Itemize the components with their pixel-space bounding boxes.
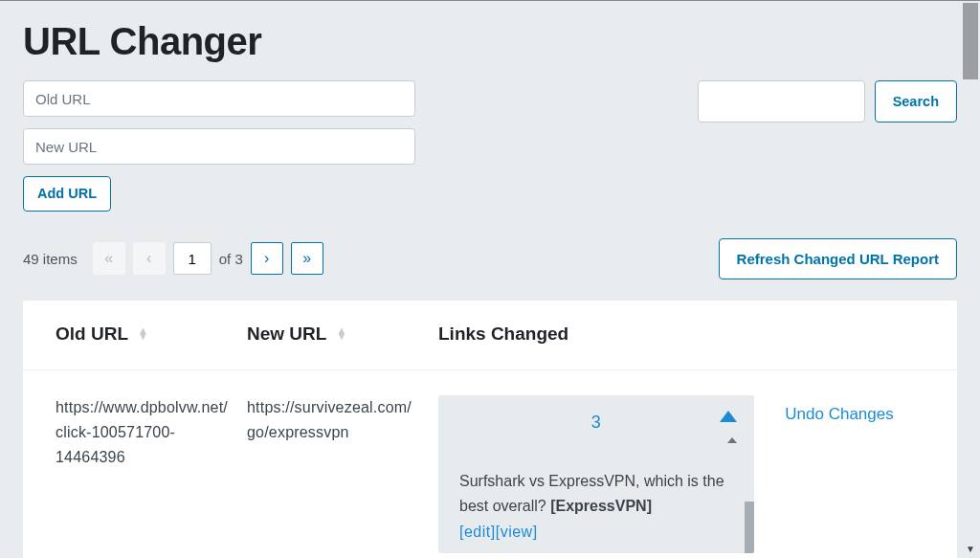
sort-arrows-icon: ▲▼ [138,328,148,339]
new-url-input[interactable] [23,128,415,165]
collapse-caret-icon[interactable] [720,411,737,422]
search-button[interactable]: Search [875,80,957,123]
window-scrollbar[interactable] [963,3,978,79]
col-header-new-label: New URL [247,324,326,345]
col-header-links: Links Changed [438,324,924,345]
col-header-new[interactable]: New URL ▲▼ [247,324,438,345]
search-input[interactable] [698,80,865,123]
url-table: Old URL ▲▼ New URL ▲▼ Links Changed http… [23,301,957,559]
post-title: Surfshark vs ExpressVPN, which is the be… [459,469,733,518]
post-actions: [edit][view] [459,520,733,545]
small-up-icon [727,437,737,443]
undo-changes-link[interactable]: Undo Changes [785,405,893,423]
col-header-old[interactable]: Old URL ▲▼ [56,324,247,345]
search-area: Search [698,80,957,123]
table-header-row: Old URL ▲▼ New URL ▲▼ Links Changed [23,324,957,370]
cell-old-url: https://www.dpbolvw.net/click-100571700-… [56,395,247,553]
items-count: 49 items [23,251,78,267]
page-current-input[interactable] [173,242,212,275]
cell-new-url: https://survivezeal.com/go/expressvpn [247,395,438,553]
page-first-button: « [93,242,125,275]
view-link[interactable]: [view] [496,524,538,540]
table-row: https://www.dpbolvw.net/click-100571700-… [23,370,957,559]
edit-link[interactable]: [edit] [459,524,496,540]
scroll-down-arrow-icon[interactable]: ▼ [963,541,978,556]
add-url-button[interactable]: Add URL [23,176,111,212]
page-next-button[interactable]: › [251,242,283,275]
post-title-bold: [ExpressVPN] [550,498,652,514]
page-last-button[interactable]: » [291,242,323,275]
cell-links-changed: 3 Surfshark vs ExpressVPN, which is the … [438,395,754,553]
col-header-links-label: Links Changed [438,324,568,345]
refresh-report-button[interactable]: Refresh Changed URL Report [719,238,957,279]
page-title: URL Changer [23,20,957,63]
page-prev-button: ‹ [133,242,166,275]
sort-arrows-icon: ▲▼ [336,328,346,339]
cell-action: Undo Changes [754,395,924,553]
col-header-old-label: Old URL [56,324,128,345]
links-count[interactable]: 3 [459,409,733,437]
inner-scrollbar[interactable] [745,502,754,553]
add-url-form: Add URL [23,80,415,212]
links-panel: 3 Surfshark vs ExpressVPN, which is the … [438,395,754,553]
pagination: 49 items « ‹ of 3 › » [23,242,323,275]
old-url-input[interactable] [23,80,415,117]
page-of-label: of 3 [219,251,243,267]
